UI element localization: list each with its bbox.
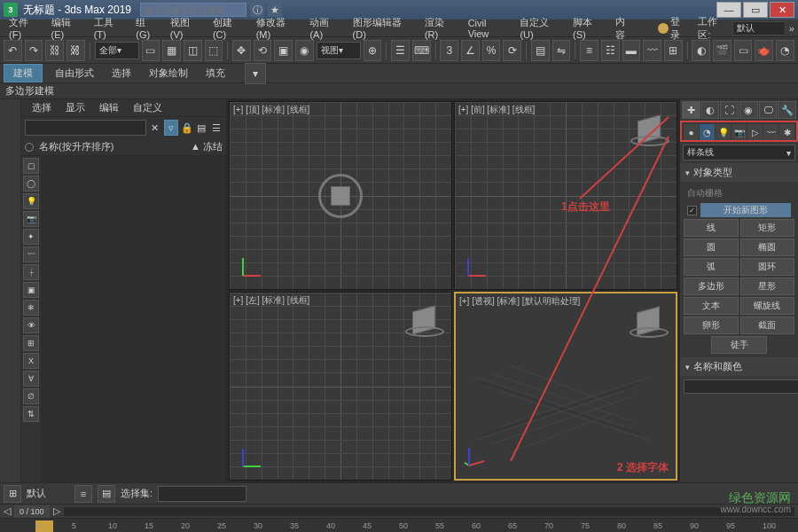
btn-helix[interactable]: 螺旋线 <box>740 297 795 315</box>
rotate-button[interactable]: ⟲ <box>254 40 272 61</box>
category-dropdown[interactable]: 样条线▾ <box>683 145 795 160</box>
menu-view[interactable]: 视图(V) <box>165 14 207 42</box>
redo-button[interactable]: ↷ <box>25 40 43 61</box>
menu-tools[interactable]: 工具(T) <box>89 14 131 42</box>
btn-circle[interactable]: 圆 <box>684 239 739 256</box>
percent-snap-button[interactable]: % <box>482 40 501 61</box>
viewport-left[interactable]: [+] [左] [标准] [线框] <box>229 292 452 481</box>
spacewarps-icon[interactable]: 〰 <box>763 124 778 140</box>
viewport-front[interactable]: [+] [前] [标准] [线框] 1点击这里 <box>454 101 677 290</box>
undo-button[interactable]: ↶ <box>4 40 22 61</box>
btn-section[interactable]: 截面 <box>740 317 795 334</box>
ribbon-freeform[interactable]: 自由形式 <box>50 65 99 82</box>
se-clear-icon[interactable]: ✕ <box>149 121 161 135</box>
geometry-icon[interactable]: ● <box>684 124 699 140</box>
prev-key-icon[interactable]: ◁ <box>4 505 11 517</box>
selset-combo[interactable] <box>158 486 246 502</box>
filter-combo[interactable]: 全部 ▾ <box>95 42 139 59</box>
se-visibility-icon[interactable] <box>25 143 34 152</box>
menu-animation[interactable]: 动画(A) <box>304 14 347 42</box>
utilities-tab[interactable]: 🔧 <box>778 101 796 119</box>
viewport-top[interactable]: [+] [顶] [标准] [线框] <box>229 101 452 290</box>
menu-create[interactable]: 创建(C) <box>207 14 251 42</box>
pivot-button[interactable]: ⊕ <box>364 40 382 61</box>
ribbon-toggle-button[interactable]: ▬ <box>622 40 641 61</box>
open-slate-button[interactable]: ◔ <box>776 40 794 61</box>
filter-xref-icon[interactable]: X <box>23 353 39 369</box>
schematic-button[interactable]: ⊞ <box>664 40 683 61</box>
create-tab[interactable]: ✚ <box>682 101 700 119</box>
keyboard-button[interactable]: ⌨ <box>412 40 431 61</box>
start-new-checkbox[interactable]: ✓ <box>687 206 697 215</box>
rollout-object-type[interactable]: 对象类型 <box>680 163 798 182</box>
modify-tab[interactable]: ◐ <box>701 101 720 119</box>
iso-icon[interactable]: ▤ <box>98 485 115 503</box>
se-tree[interactable] <box>41 156 226 482</box>
menu-graph[interactable]: 图形编辑器(D) <box>348 14 419 42</box>
vp-persp-label[interactable]: [+] [透视] [标准] [默认明暗处理] <box>459 295 580 308</box>
filter-space-icon[interactable]: 〰 <box>23 246 39 262</box>
angle-snap-button[interactable]: ∠ <box>461 40 480 61</box>
helpers-icon[interactable]: ▷ <box>747 124 763 140</box>
layers-icon[interactable]: ≡ <box>74 485 92 503</box>
next-key-icon[interactable]: ▷ <box>53 505 60 517</box>
se-name-column[interactable]: 名称(按升序排序) <box>39 140 185 153</box>
filter-all-icon[interactable]: ∀ <box>23 371 39 387</box>
material-button[interactable]: ◐ <box>692 40 710 61</box>
se-search-input[interactable] <box>25 120 146 136</box>
lights-icon[interactable]: 💡 <box>716 124 731 140</box>
ribbon-expand-icon[interactable]: ▾ <box>245 63 266 84</box>
align-button[interactable]: ≡ <box>580 40 598 61</box>
filter-container-icon[interactable]: ▣ <box>23 282 39 298</box>
time-slider-bar[interactable] <box>64 507 794 516</box>
filter-frozen-icon[interactable]: ❄ <box>23 300 39 316</box>
btn-ngon[interactable]: 多边形 <box>684 278 739 295</box>
render-button[interactable]: 🫖 <box>755 40 773 61</box>
menu-render[interactable]: 渲染(R) <box>419 14 463 42</box>
ribbon-objpaint[interactable]: 对象绘制 <box>144 65 193 82</box>
named-selection-button[interactable]: ▤ <box>531 40 550 61</box>
time-slider-value[interactable]: 0 / 100 <box>14 505 50 518</box>
placement-button[interactable]: ◉ <box>295 40 314 61</box>
window-crossing-button[interactable]: ⬚ <box>205 40 223 61</box>
se-filter-icon[interactable]: ▿ <box>164 120 178 136</box>
btn-donut[interactable]: 圆环 <box>740 258 795 276</box>
ribbon-selection[interactable]: 选择 <box>106 65 137 82</box>
move-button[interactable]: ✥ <box>232 40 251 61</box>
vp-front-label[interactable]: [+] [前] [标准] [线框] <box>458 104 535 116</box>
unlink-button[interactable]: ⛓̸ <box>66 40 85 61</box>
se-tab-select[interactable]: 选择 <box>25 99 59 116</box>
menu-script[interactable]: 脚本(S) <box>567 14 610 42</box>
menu-content[interactable]: 内容 <box>610 13 640 43</box>
scale-button[interactable]: ▣ <box>274 40 293 61</box>
viewport-perspective[interactable]: [+] [透视] [标准] [默认明暗处理] <box>454 292 677 481</box>
filter-hidden-icon[interactable]: 👁 <box>23 317 39 333</box>
filter-camera-icon[interactable]: 📷 <box>23 211 39 227</box>
btn-arc[interactable]: 弧 <box>684 258 739 276</box>
ribbon-populate[interactable]: 填充 <box>200 65 231 82</box>
layer-button[interactable]: ☷ <box>601 40 620 61</box>
vp-top-label[interactable]: [+] [顶] [标准] [线框] <box>233 104 309 116</box>
rollout-name-color[interactable]: 名称和颜色 <box>680 357 798 376</box>
filter-group-icon[interactable]: ⊞ <box>23 335 39 351</box>
render-frame-button[interactable]: ▭ <box>734 40 753 61</box>
object-name-input[interactable] <box>684 379 798 394</box>
mirror-button[interactable]: ⇋ <box>552 40 571 61</box>
menu-group[interactable]: 组(G) <box>130 14 165 42</box>
btn-rectangle[interactable]: 矩形 <box>740 219 795 237</box>
ribbon-tab-modeling[interactable]: 建模 <box>4 64 43 82</box>
filter-invert-icon[interactable]: ⇅ <box>23 406 39 422</box>
se-tab-display[interactable]: 显示 <box>59 99 92 116</box>
se-tab-edit[interactable]: 编辑 <box>92 99 126 116</box>
chevron-icon[interactable]: » <box>789 23 794 34</box>
timeline[interactable]: 0510152025303540455055606570758085909510… <box>0 518 798 532</box>
snap-button[interactable]: 3 <box>440 40 458 61</box>
vp-left-label[interactable]: [+] [左] [标准] [线框] <box>233 294 309 307</box>
select-name-button[interactable]: ▦ <box>162 40 181 61</box>
btn-ellipse[interactable]: 椭圆 <box>740 239 795 256</box>
menu-customize[interactable]: 自定义(U) <box>514 14 567 42</box>
spinner-snap-button[interactable]: ⟳ <box>503 40 521 61</box>
select-button[interactable]: ▭ <box>142 40 160 61</box>
menu-civilview[interactable]: Civil View <box>463 16 515 41</box>
menu-edit[interactable]: 编辑(E) <box>46 14 89 42</box>
